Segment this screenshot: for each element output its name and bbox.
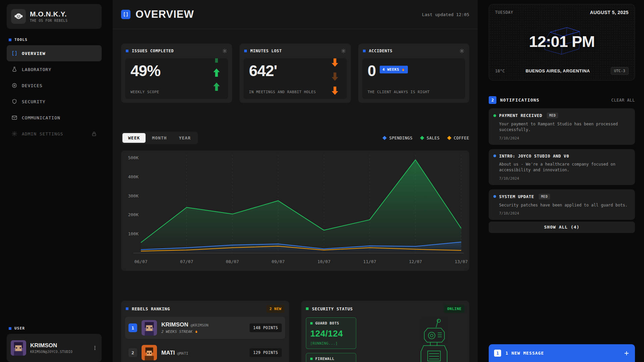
sidebar-item-overview[interactable]: OVERVIEW xyxy=(7,45,102,61)
legend-spendings: SPENDINGS xyxy=(383,136,413,140)
ranking-row[interactable]: 1 KRIMSON@KRIMSON 2 WEEKS STREAK 148 POI… xyxy=(125,317,285,339)
svg-text:06/07: 06/07 xyxy=(134,259,147,264)
notification-body: Security patches have been applied to al… xyxy=(493,202,630,208)
svg-text:500K: 500K xyxy=(128,155,139,160)
firewall-box: FIREWALL xyxy=(306,353,356,362)
priority-badge: MED xyxy=(539,194,550,199)
avatar xyxy=(142,345,157,360)
stat-value: 642' xyxy=(249,63,341,78)
diamond-icon xyxy=(420,136,424,140)
shield-icon xyxy=(11,99,17,105)
legend-sales: SALES xyxy=(421,136,440,140)
location: BUENOS AIRES, ARGENTINA xyxy=(526,68,590,73)
notifications-count-badge: 2 xyxy=(489,96,496,104)
points-badge: 129 POINTS xyxy=(250,348,282,357)
rank-badge: 2 xyxy=(128,348,137,357)
user-card[interactable]: KRIMSON KRIMSON@JOYCO.STUDIO xyxy=(7,334,102,362)
trend-down-arrows xyxy=(329,58,341,99)
brackets-icon xyxy=(11,50,17,56)
tab-month[interactable]: MONTH xyxy=(146,133,172,143)
stat-cards: ISSUES COMPLETED 49% WEEKLY SCOPE MINUTE… xyxy=(121,44,469,103)
sidebar-item-devices[interactable]: DEVICES xyxy=(7,77,102,94)
tab-week[interactable]: WEEK xyxy=(122,133,146,143)
notification-item[interactable]: SYSTEM UPDATE MED Security patches have … xyxy=(489,189,635,220)
brackets-icon xyxy=(121,10,130,19)
section-bullet xyxy=(9,39,11,41)
notification-date: 7/10/2024 xyxy=(493,176,630,181)
rank-name: KRIMSON xyxy=(161,321,188,328)
gear-icon[interactable] xyxy=(459,48,465,54)
sidebar-item-security[interactable]: SECURITY xyxy=(7,94,102,110)
clock-time: 12:01 PM xyxy=(529,32,595,50)
new-badge: 2 NEW xyxy=(266,305,284,313)
kebab-menu-icon[interactable] xyxy=(92,345,98,351)
notification-item[interactable]: PAYMENT RECEIVED MED Your payment to Ram… xyxy=(489,108,635,145)
clear-all-button[interactable]: CLEAR ALL xyxy=(611,98,635,103)
header-divider xyxy=(113,29,478,29)
notification-date: 7/10/2024 xyxy=(493,136,630,140)
gear-icon[interactable] xyxy=(222,48,227,54)
svg-text:13/07: 13/07 xyxy=(454,259,468,264)
diamond-icon xyxy=(383,136,387,140)
svg-text:400K: 400K xyxy=(128,174,139,179)
streak-badge: 4 WEEKS xyxy=(380,66,408,73)
notification-body: Your payment to Rampant Studio has been … xyxy=(493,121,630,133)
user-name: KRIMSON xyxy=(30,343,72,348)
sidebar: M.O.N.K.Y. THE OS FOR REBELS TOOLS OVERV… xyxy=(7,4,102,362)
sidebar-item-laboratory[interactable]: LABORATORY xyxy=(7,61,102,77)
chart-legend: SPENDINGS SALES COFFEE xyxy=(383,136,469,140)
svg-text:200K: 200K xyxy=(128,212,139,217)
online-badge: ONLINE xyxy=(444,305,465,313)
legend-coffee: COFFEE xyxy=(448,136,469,140)
points-badge: 148 POINTS xyxy=(250,323,282,332)
status-dot xyxy=(493,155,496,157)
svg-text:07/07: 07/07 xyxy=(180,259,193,264)
stat-card-minutes-lost: MINUTES LOST 642' IN MEETINGS AND RABBIT… xyxy=(239,44,351,103)
temperature: 18°C xyxy=(495,69,505,73)
chart-controls: WEEK MONTH YEAR SPENDINGS SALES COFFEE xyxy=(121,132,469,144)
stat-card-accidents: ACCIDENTS 0 4 WEEKS THE CLIENT ALWAYS IS… xyxy=(358,44,469,103)
rank-handle: @MATI xyxy=(177,351,188,356)
guard-bots-box: GUARD BOTS 124/124 [RUNNING...] xyxy=(306,317,356,349)
page-header: OVERVIEW Last updated 12:05 xyxy=(121,0,469,29)
ranking-row[interactable]: 2 MATI@MATI 129 POINTS xyxy=(125,342,285,362)
clock-widget: TUESDAY AUGUST 5, 2025 12:01 PM 18°C BUE… xyxy=(489,4,635,80)
rank-streak: 2 WEEKS STREAK xyxy=(161,329,208,334)
status-dot xyxy=(493,195,496,198)
robot-illustration xyxy=(418,318,454,362)
last-updated: Last updated 12:05 xyxy=(422,12,469,17)
plus-icon[interactable] xyxy=(624,350,630,356)
guard-bots-count: 124/124 xyxy=(310,328,352,339)
sidebar-item-communication[interactable]: COMMUNICATION xyxy=(7,110,102,126)
app-logo: M.O.N.K.Y. THE OS FOR REBELS xyxy=(7,4,102,29)
stat-card-issues-completed: ISSUES COMPLETED 49% WEEKLY SCOPE xyxy=(121,44,232,103)
notifications-header: 2 NOTIFICATIONS CLEAR ALL xyxy=(489,96,635,104)
notification-item[interactable]: INTRO: JOYCO STUDIO AND V0 About us - We… xyxy=(489,149,635,185)
card-bullet xyxy=(244,50,247,52)
fire-icon xyxy=(401,68,405,72)
sidebar-item-admin-settings: ADMIN SETTINGS xyxy=(7,126,102,142)
bottom-cards: REBELS RANKING 2 NEW 1 KRIMSON@KRIMSON 2… xyxy=(121,301,469,362)
diamond-icon xyxy=(447,136,451,140)
priority-badge: MED xyxy=(547,113,558,118)
new-message-bar[interactable]: 1 1 NEW MESSAGE xyxy=(489,344,635,362)
notification-date: 7/10/2024 xyxy=(493,211,630,216)
svg-text:10/07: 10/07 xyxy=(317,259,330,264)
show-all-button[interactable]: SHOW ALL (4) xyxy=(489,222,635,233)
gear-icon[interactable] xyxy=(341,48,346,54)
svg-text:09/07: 09/07 xyxy=(272,259,285,264)
svg-text:08/07: 08/07 xyxy=(226,259,239,264)
section-bullet xyxy=(9,327,11,330)
stat-subtitle: IN MEETINGS AND RABBIT HOLES xyxy=(249,90,341,94)
page-title: OVERVIEW xyxy=(136,8,194,20)
tab-year[interactable]: YEAR xyxy=(173,133,196,143)
stat-subtitle: THE CLIENT ALWAYS IS RIGHT xyxy=(368,90,460,94)
clock-day: TUESDAY xyxy=(495,10,513,15)
card-bullet xyxy=(306,307,309,310)
security-status-card: SECURITY STATUS ONLINE GUARD BOTS 124/12… xyxy=(301,301,469,362)
stat-subtitle: WEEKLY SCOPE xyxy=(130,90,223,94)
app-subtitle: THE OS FOR REBELS xyxy=(30,19,68,22)
card-bullet xyxy=(310,322,313,324)
disc-icon xyxy=(11,82,17,88)
sidebar-nav: OVERVIEW LABORATORY DEVICES SECURITY COM… xyxy=(7,45,102,142)
